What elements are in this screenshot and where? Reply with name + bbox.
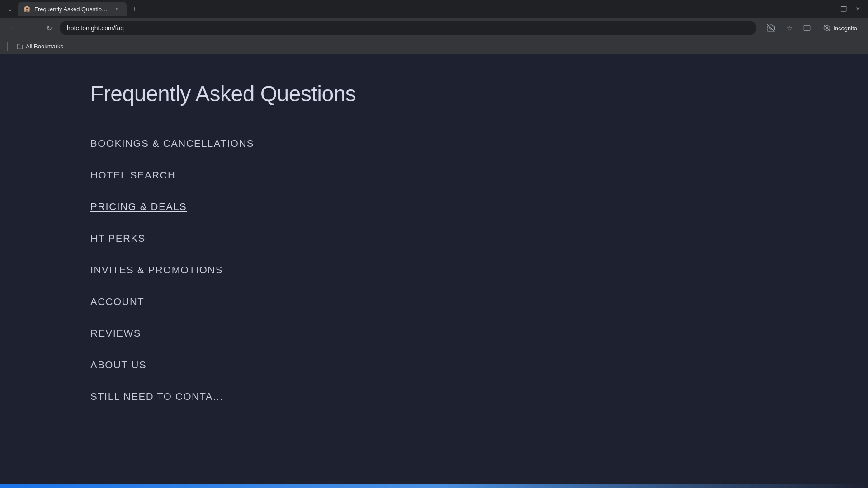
address-bar-icons: ☆: [764, 21, 814, 35]
faq-nav-item-reviews[interactable]: REVIEWS: [90, 318, 868, 349]
faq-nav-item-bookings[interactable]: BOOKINGS & CANCELLATIONS: [90, 128, 868, 160]
tab-bar: ⌄ 🏨 Frequently Asked Questions - × + − ❐…: [0, 0, 868, 18]
browser-chrome: ⌄ 🏨 Frequently Asked Questions - × + − ❐…: [0, 0, 868, 54]
tab-close-button[interactable]: ×: [113, 5, 121, 13]
maximize-button[interactable]: ❐: [837, 3, 850, 15]
svg-rect-1: [804, 25, 810, 31]
faq-nav-item-ht-perks[interactable]: HT PERKS: [90, 223, 868, 254]
still-need-help[interactable]: STILL NEED TO CONTA...: [90, 381, 868, 403]
bookmarks-divider: [7, 42, 8, 51]
minimize-button[interactable]: −: [823, 3, 835, 15]
tab-favicon-icon: 🏨: [24, 5, 31, 13]
address-bar: ← → ↻ hoteltonight.com/faq ☆: [0, 18, 868, 38]
close-button[interactable]: ×: [852, 3, 864, 15]
faq-nav-item-invites[interactable]: INVITES & PROMOTIONS: [90, 254, 868, 286]
bookmark-star-button[interactable]: ☆: [782, 21, 796, 35]
tablet-view-button[interactable]: [800, 21, 814, 35]
active-tab[interactable]: 🏨 Frequently Asked Questions - ×: [18, 2, 127, 16]
back-button[interactable]: ←: [5, 21, 20, 35]
bookmarks-bar: All Bookmarks: [0, 38, 868, 54]
bookmarks-label: All Bookmarks: [26, 43, 63, 50]
forward-button[interactable]: →: [24, 21, 38, 35]
svg-line-0: [767, 24, 775, 32]
url-text: hoteltonight.com/faq: [67, 24, 749, 32]
bottom-bar: [0, 484, 868, 488]
camera-off-icon[interactable]: [764, 21, 778, 35]
tab-title: Frequently Asked Questions -: [34, 6, 109, 13]
faq-nav-item-pricing[interactable]: PRICING & DEALS: [90, 191, 868, 223]
incognito-button[interactable]: Incognito: [818, 23, 863, 33]
page-title: Frequently Asked Questions: [90, 81, 868, 106]
faq-navigation: BOOKINGS & CANCELLATIONSHOTEL SEARCHPRIC…: [90, 128, 868, 403]
url-bar[interactable]: hoteltonight.com/faq: [60, 21, 756, 35]
new-tab-button[interactable]: +: [128, 3, 141, 15]
all-bookmarks-button[interactable]: All Bookmarks: [13, 41, 67, 52]
faq-nav-item-hotel-search[interactable]: HOTEL SEARCH: [90, 160, 868, 191]
faq-nav-item-about[interactable]: ABOUT US: [90, 349, 868, 381]
page-content: Frequently Asked Questions BOOKINGS & CA…: [0, 54, 868, 488]
faq-nav-item-account[interactable]: ACCOUNT: [90, 286, 868, 318]
tab-list-button[interactable]: ⌄: [4, 3, 16, 15]
incognito-label: Incognito: [833, 25, 857, 32]
refresh-button[interactable]: ↻: [42, 21, 56, 35]
window-controls: − ❐ ×: [823, 3, 864, 15]
